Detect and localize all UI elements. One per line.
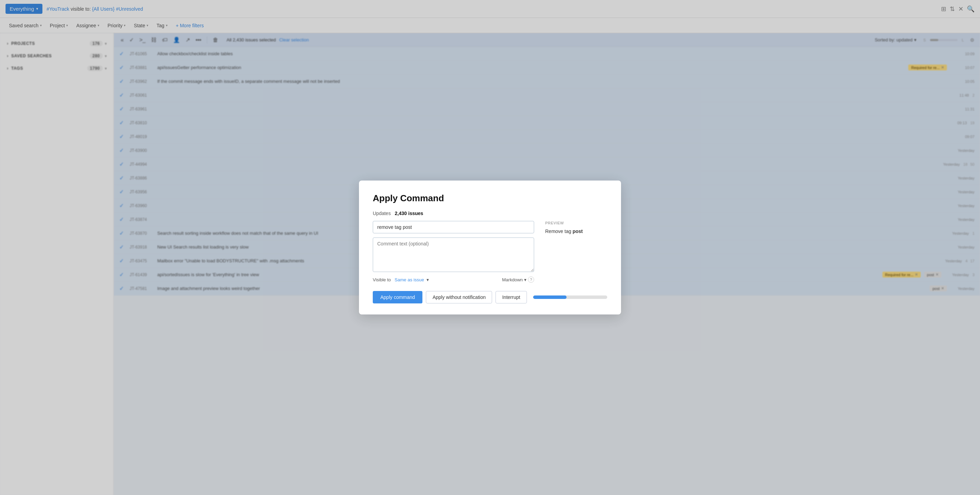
modal-title: Apply Command: [373, 193, 607, 204]
modal-overlay: Apply Command Updates 2,430 issues Visib…: [114, 33, 980, 495]
progress-bar-fill: [533, 295, 566, 299]
progress-bar: [533, 295, 607, 299]
markdown-label: Markdown: [502, 277, 523, 283]
updates-label: Updates: [373, 211, 391, 216]
visible-to-label: Visible to: [373, 277, 391, 283]
modal-footer: Apply command Apply without notification…: [373, 291, 607, 303]
modal-updates: Updates 2,430 issues: [373, 211, 607, 216]
chevron-down-icon: ▾: [524, 277, 527, 283]
preview-bold: post: [573, 228, 583, 234]
comment-textarea[interactable]: [373, 238, 534, 272]
issues-count: 2,430 issues: [395, 211, 423, 216]
preview-text: Remove tag post: [545, 228, 607, 234]
same-as-issue-link[interactable]: Same as issue: [395, 277, 424, 283]
preview-label: PREVIEW: [545, 221, 607, 225]
apply-command-button[interactable]: Apply command: [373, 291, 422, 303]
preview-prefix: Remove tag: [545, 228, 573, 234]
modal-body: Visible to Same as issue ▾ Markdown ▾ ?: [373, 221, 607, 283]
apply-command-modal: Apply Command Updates 2,430 issues Visib…: [359, 180, 621, 315]
main-layout: › PROJECTS 176 ▾ › SAVED SEARCHES 280 ▾ …: [0, 33, 980, 495]
modal-right: PREVIEW Remove tag post: [545, 221, 607, 283]
apply-without-notification-button[interactable]: Apply without notification: [426, 291, 492, 303]
command-input[interactable]: [373, 221, 534, 233]
modal-left: Visible to Same as issue ▾ Markdown ▾ ?: [373, 221, 534, 283]
visible-to-row: Visible to Same as issue ▾ Markdown ▾ ?: [373, 276, 534, 283]
issues-pane: « ✓ >_ ⛓ 🏷 👤 ↗ ••• 🗑 All 2,430 issues se…: [114, 33, 980, 495]
interrupt-button[interactable]: Interrupt: [496, 291, 527, 303]
markdown-select[interactable]: Markdown ▾ ?: [502, 276, 534, 283]
help-icon[interactable]: ?: [528, 276, 534, 283]
